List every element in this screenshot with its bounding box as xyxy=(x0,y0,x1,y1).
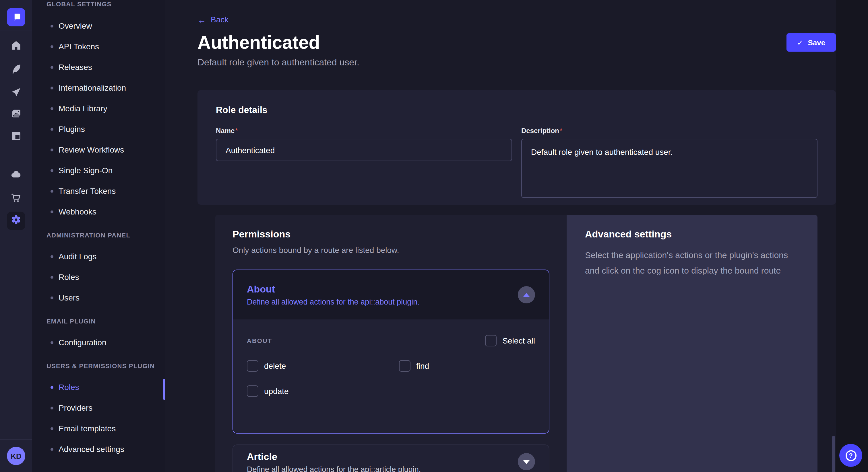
sidebar-section-administration-panel: ADMINISTRATION PANEL xyxy=(32,232,165,239)
select-all-label: Select all xyxy=(502,336,535,345)
about-group-row: ABOUT Select all xyxy=(247,335,535,346)
images-icon[interactable] xyxy=(10,108,22,119)
bullet-icon xyxy=(51,190,53,193)
sidebar-item-media-library[interactable]: Media Library xyxy=(32,98,165,119)
save-button[interactable]: ✓ Save xyxy=(786,33,836,52)
select-all-checkbox[interactable] xyxy=(485,335,497,346)
back-arrow-icon: ← xyxy=(197,15,206,24)
bullet-icon xyxy=(51,24,53,27)
cart-icon[interactable] xyxy=(10,192,22,204)
feather-icon[interactable] xyxy=(10,63,22,74)
sidebar-item-audit-logs[interactable]: Audit Logs xyxy=(32,246,165,267)
name-input[interactable]: Authenticated xyxy=(216,139,512,161)
right-edge-band xyxy=(836,0,868,472)
advanced-settings-body: Select the application's actions or the … xyxy=(585,247,799,278)
expand-toggle-button[interactable] xyxy=(518,453,535,470)
group-divider xyxy=(282,340,476,341)
strapi-logo[interactable] xyxy=(7,8,25,26)
action-row-delete: delete xyxy=(247,360,399,372)
permissions-heading: Permissions xyxy=(232,229,549,240)
home-icon[interactable] xyxy=(10,40,22,51)
save-button-label: Save xyxy=(808,38,826,47)
name-field-group: Name* Authenticated xyxy=(216,125,512,198)
delete-checkbox[interactable] xyxy=(247,360,258,372)
delete-label: delete xyxy=(264,361,286,370)
active-item-indicator xyxy=(163,379,165,400)
accordion-about-title: About xyxy=(247,283,420,295)
sidebar-list-users-permissions: Roles Providers Email templates Advanced… xyxy=(32,377,165,460)
accordion-article-titles: Article Define all allowed actions for t… xyxy=(247,451,421,472)
sidebar-item-single-sign-on[interactable]: Single Sign-On xyxy=(32,160,165,181)
bullet-icon xyxy=(51,427,53,430)
check-icon: ✓ xyxy=(797,39,803,46)
back-link[interactable]: ← Back xyxy=(197,15,228,24)
sidebar-item-admin-users[interactable]: Users xyxy=(32,287,165,308)
settings-sidebar: GLOBAL SETTINGS Overview API Tokens Rele… xyxy=(32,0,165,472)
role-details-fields: Name* Authenticated Description* Default… xyxy=(216,125,817,198)
accordion-article-title: Article xyxy=(247,451,421,463)
action-row-update: update xyxy=(247,385,399,397)
cloud-icon[interactable] xyxy=(10,169,22,180)
accordion-article-header[interactable]: Article Define all allowed actions for t… xyxy=(233,445,549,472)
collapse-toggle-button[interactable] xyxy=(518,286,535,303)
sidebar-list-global: Overview API Tokens Releases Internation… xyxy=(32,15,165,222)
description-textarea-value: Default role given to authenticated user… xyxy=(531,147,673,157)
rail-divider xyxy=(0,30,32,30)
sidebar-item-advanced-settings[interactable]: Advanced settings xyxy=(32,439,165,460)
layout-icon[interactable] xyxy=(10,130,22,142)
sidebar-item-overview[interactable]: Overview xyxy=(32,15,165,36)
about-group-label: ABOUT xyxy=(247,337,272,344)
strapi-admin-app: KD GLOBAL SETTINGS Overview API Tokens R… xyxy=(0,0,868,472)
bullet-icon xyxy=(51,148,53,151)
scrollbar-thumb[interactable] xyxy=(832,436,835,472)
strapi-logo-icon xyxy=(11,11,21,24)
bullet-icon xyxy=(51,107,53,110)
paper-plane-icon[interactable] xyxy=(10,87,22,98)
select-all-row: Select all xyxy=(485,335,535,346)
description-textarea[interactable]: Default role given to authenticated user… xyxy=(521,139,817,198)
user-avatar[interactable]: KD xyxy=(7,447,25,465)
bullet-icon xyxy=(51,296,53,299)
name-label: Name xyxy=(216,127,235,135)
sidebar-item-review-workflows[interactable]: Review Workflows xyxy=(32,139,165,160)
bullet-icon xyxy=(51,66,53,69)
accordion-about-body: ABOUT Select all delete xyxy=(233,319,549,433)
accordion-about-titles: About Define all allowed actions for the… xyxy=(247,283,420,306)
advanced-settings-heading: Advanced settings xyxy=(585,229,799,240)
bullet-icon xyxy=(51,406,53,409)
accordion-about: About Define all allowed actions for the… xyxy=(232,270,549,434)
bullet-icon xyxy=(51,386,53,389)
sidebar-item-email-templates[interactable]: Email templates xyxy=(32,418,165,439)
accordion-about-subtitle: Define all allowed actions for the api::… xyxy=(247,297,420,306)
sidebar-item-api-tokens[interactable]: API Tokens xyxy=(32,36,165,57)
bullet-icon xyxy=(51,341,53,344)
sidebar-item-internationalization[interactable]: Internationalization xyxy=(32,77,165,98)
sidebar-section-users-permissions-plugin: USERS & PERMISSIONS PLUGIN xyxy=(32,363,165,369)
sidebar-item-up-roles[interactable]: Roles xyxy=(32,377,165,398)
advanced-settings-panel: Advanced settings Select the application… xyxy=(567,215,817,472)
sidebar-item-releases[interactable]: Releases xyxy=(32,57,165,77)
question-mark-icon: ? xyxy=(845,450,856,461)
bullet-icon xyxy=(51,128,53,131)
sidebar-section-global-settings: GLOBAL SETTINGS xyxy=(32,1,165,7)
avatar-initials: KD xyxy=(11,452,22,460)
sidebar-item-configuration[interactable]: Configuration xyxy=(32,332,165,353)
sidebar-item-webhooks[interactable]: Webhooks xyxy=(32,201,165,222)
sidebar-list-email: Configuration xyxy=(32,332,165,353)
sidebar-item-admin-roles[interactable]: Roles xyxy=(32,267,165,287)
accordion-about-header[interactable]: About Define all allowed actions for the… xyxy=(233,270,549,319)
role-details-heading: Role details xyxy=(216,105,817,115)
help-button[interactable]: ? xyxy=(839,444,862,467)
update-checkbox[interactable] xyxy=(247,385,258,397)
update-label: update xyxy=(264,386,289,396)
permissions-panel: Permissions Only actions bound by a rout… xyxy=(215,215,567,472)
bullet-icon xyxy=(51,210,53,213)
find-checkbox[interactable] xyxy=(399,360,410,372)
sidebar-item-transfer-tokens[interactable]: Transfer Tokens xyxy=(32,181,165,201)
about-actions-grid: delete find update xyxy=(247,360,535,397)
sidebar-item-providers[interactable]: Providers xyxy=(32,398,165,418)
rail-divider-bottom xyxy=(0,439,32,440)
sidebar-item-plugins[interactable]: Plugins xyxy=(32,119,165,139)
gear-icon xyxy=(10,214,22,228)
settings-nav-active[interactable] xyxy=(7,212,25,230)
